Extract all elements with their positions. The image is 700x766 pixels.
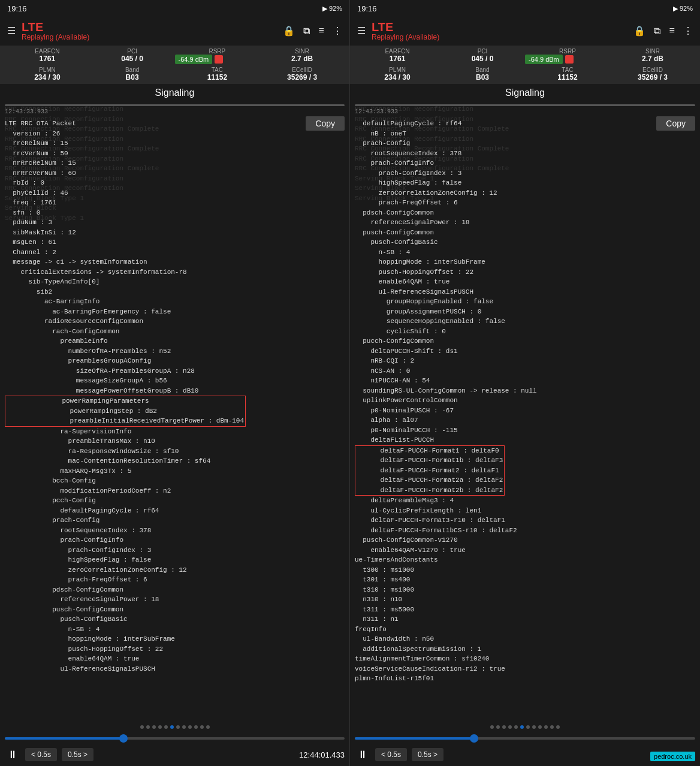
battery-left: 92% bbox=[329, 5, 342, 12]
lte-subtitle-left: Replaying (Available) bbox=[22, 33, 277, 41]
more-icon-left[interactable]: ⋮ bbox=[333, 25, 342, 37]
lock-icon-right[interactable]: 🔒 bbox=[633, 25, 645, 37]
slider-fill-right bbox=[355, 737, 474, 740]
signal-timestamp-top-left: 12:43:33.933 bbox=[0, 108, 349, 116]
step-back-button-right[interactable]: < 0.5s bbox=[375, 748, 407, 761]
bottom-controls-left: ⏸ < 0.5s 0.5s > 12:44:01.433 bbox=[0, 744, 349, 766]
menu-icon-left[interactable]: ☰ bbox=[7, 25, 16, 37]
signaling-header-right: Signaling bbox=[350, 84, 700, 102]
youtube-icon: ▶ bbox=[322, 5, 327, 13]
filter-icon-left[interactable]: ≡ bbox=[318, 26, 324, 37]
timeline-bar-right[interactable] bbox=[350, 731, 700, 744]
signal-top-bar-right bbox=[355, 104, 695, 106]
dot-2-left bbox=[146, 725, 150, 729]
dot-3-right bbox=[502, 725, 506, 729]
rsrp-left: RSRP -64.9 dBm bbox=[175, 48, 260, 64]
pagination-left bbox=[0, 722, 349, 731]
menu-icon-right[interactable]: ☰ bbox=[357, 25, 366, 37]
dot-1-right bbox=[490, 725, 494, 729]
dot-8-left bbox=[182, 725, 186, 729]
share-icon-left[interactable]: ⧉ bbox=[303, 26, 310, 37]
pci-left: PCI 045 / 0 bbox=[90, 48, 175, 64]
dot-6-right bbox=[520, 725, 524, 729]
step-fwd-button-right[interactable]: 0.5s > bbox=[412, 748, 443, 761]
dot-1-left bbox=[140, 725, 144, 729]
dot-6-left bbox=[170, 725, 174, 729]
status-icons-right: ▶ 92% bbox=[673, 5, 693, 13]
signal-code-left: LTE RRC OTA Packet version : 26 rrcRelNu… bbox=[5, 119, 345, 674]
lte-title-right: LTE bbox=[372, 21, 627, 33]
sinr-left: SINR 2.7 dB bbox=[260, 48, 345, 64]
share-icon-right[interactable]: ⧉ bbox=[654, 26, 660, 37]
signal-top-bar-left bbox=[5, 104, 345, 106]
slider-thumb-left[interactable] bbox=[119, 734, 128, 743]
left-phone: 19:16 ▶ 92% ☰ LTE Replaying (Available) … bbox=[0, 0, 350, 766]
dot-10-left bbox=[194, 725, 198, 729]
dot-11-left bbox=[200, 725, 204, 729]
app-title-right: LTE Replaying (Available) bbox=[372, 21, 627, 41]
watermark: pedroc.co.uk bbox=[650, 752, 695, 761]
signal-text-area-left: Copy LTE RRC OTA Packet version : 26 rrc… bbox=[0, 116, 349, 676]
slider-track-left[interactable] bbox=[5, 737, 345, 740]
plmn-right: PLMN 234 / 30 bbox=[355, 67, 440, 82]
dot-9-left bbox=[188, 725, 192, 729]
dot-7-right bbox=[526, 725, 530, 729]
more-icon-right[interactable]: ⋮ bbox=[683, 25, 693, 37]
timeline-bar-left[interactable] bbox=[0, 731, 349, 744]
app-title-left: LTE Replaying (Available) bbox=[22, 21, 277, 41]
dot-8-right bbox=[532, 725, 536, 729]
band-right: Band B03 bbox=[440, 67, 525, 82]
sinr-right: SINR 2.7 dB bbox=[610, 48, 695, 64]
battery-right: 92% bbox=[680, 5, 693, 12]
slider-fill-left bbox=[5, 737, 123, 740]
dot-10-right bbox=[544, 725, 548, 729]
lock-icon-left[interactable]: 🔒 bbox=[283, 25, 295, 37]
rsrp-right: RSRP -64.9 dBm bbox=[525, 48, 610, 64]
earfcn-right: EARFCN 1761 bbox=[355, 48, 440, 64]
cell-info-left: EARFCN 1761 PCI 045 / 0 RSRP -64.9 dBm bbox=[0, 46, 349, 84]
dot-3-left bbox=[152, 725, 156, 729]
right-phone: 19:16 ▶ 92% ☰ LTE Replaying (Available) … bbox=[350, 0, 700, 766]
signal-content-left[interactable]: 12:43:33.933 RRC Connection Reconfigurat… bbox=[0, 102, 349, 722]
dot-9-right bbox=[538, 725, 542, 729]
step-fwd-button-left[interactable]: 0.5s > bbox=[62, 748, 93, 761]
signal-scroll-left[interactable]: 12:43:33.933 RRC Connection Reconfigurat… bbox=[0, 102, 349, 722]
lte-subtitle-right: Replaying (Available) bbox=[372, 33, 627, 41]
dot-4-right bbox=[508, 725, 512, 729]
lte-title-left: LTE bbox=[22, 21, 277, 33]
slider-thumb-right[interactable] bbox=[470, 734, 478, 743]
signal-scroll-right[interactable]: 12:43:33.933 RRC Connection Reconfigurat… bbox=[350, 102, 700, 722]
slider-track-right[interactable] bbox=[355, 737, 695, 740]
pci-right: PCI 045 / 0 bbox=[440, 48, 525, 64]
rsrp-indicator-right bbox=[565, 55, 574, 64]
dot-5-left bbox=[164, 725, 168, 729]
pause-button-right[interactable]: ⏸ bbox=[355, 749, 370, 761]
pause-button-left[interactable]: ⏸ bbox=[5, 749, 20, 761]
signal-content-right[interactable]: 12:43:33.933 RRC Connection Reconfigurat… bbox=[350, 102, 700, 722]
dot-12-right bbox=[556, 725, 560, 729]
band-left: Band B03 bbox=[90, 67, 175, 82]
filter-icon-right[interactable]: ≡ bbox=[669, 26, 675, 37]
status-bar-right: 19:16 ▶ 92% bbox=[350, 0, 700, 17]
plmn-left: PLMN 234 / 30 bbox=[5, 67, 90, 82]
ecellid-right: ECellID 35269 / 3 bbox=[610, 67, 695, 82]
signal-code-right: defaultPagingCycle : rf64 nB : oneT prac… bbox=[355, 119, 695, 684]
dot-5-right bbox=[514, 725, 518, 729]
copy-button-right[interactable]: Copy bbox=[656, 116, 695, 131]
dot-11-right bbox=[550, 725, 554, 729]
status-time-right: 19:16 bbox=[357, 4, 377, 13]
copy-button-left[interactable]: Copy bbox=[306, 116, 345, 131]
status-bar-left: 19:16 ▶ 92% bbox=[0, 0, 349, 17]
dot-12-left bbox=[206, 725, 210, 729]
signal-text-area-right: Copy defaultPagingCycle : rf64 nB : oneT… bbox=[350, 116, 700, 686]
youtube-icon-right: ▶ bbox=[673, 5, 678, 13]
signal-timestamp-top-right: 12:43:33.933 bbox=[350, 108, 700, 116]
status-time-left: 19:16 bbox=[7, 4, 27, 13]
time-display-left: 12:44:01.433 bbox=[299, 750, 345, 759]
app-bar-icons-right: 🔒 ⧉ ≡ ⋮ bbox=[633, 25, 693, 37]
step-back-button-left[interactable]: < 0.5s bbox=[25, 748, 57, 761]
rsrp-indicator-left bbox=[215, 55, 223, 64]
tac-left: TAC 11152 bbox=[175, 67, 260, 82]
status-icons-left: ▶ 92% bbox=[322, 5, 342, 13]
app-bar-icons-left: 🔒 ⧉ ≡ ⋮ bbox=[283, 25, 342, 37]
